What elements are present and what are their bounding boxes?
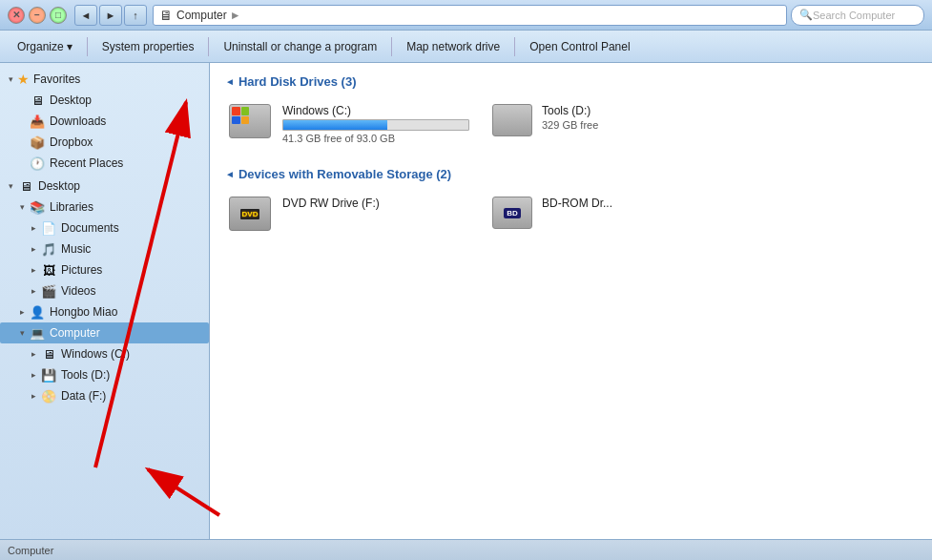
computer-icon: 🖥 xyxy=(159,8,173,23)
sidebar-item-recent-places[interactable]: 🕐 Recent Places xyxy=(0,153,209,174)
windows-c-progress-fill xyxy=(283,120,387,130)
windows-c-info: Windows (C:) 41.3 GB free of 93.0 GB xyxy=(282,104,469,144)
windows-c-space: 41.3 GB free of 93.0 GB xyxy=(282,133,469,144)
favorites-expand[interactable] xyxy=(4,73,17,86)
sidebar-item-pictures[interactable]: 🖼 Pictures xyxy=(0,259,209,280)
map-network-drive-button[interactable]: Map network drive xyxy=(397,36,509,57)
toolbar: Organize ▾ System properties Uninstall o… xyxy=(0,31,932,63)
music-icon: 🎵 xyxy=(40,240,57,258)
sidebar-item-windows-c[interactable]: 🖥 Windows (C:) xyxy=(0,343,209,364)
removable-storage-grid: DVD DVD RW Drive (F:) BD BD-ROM Dr... xyxy=(225,193,917,239)
sidebar: ★ Favorites 🖥 Desktop 📥 Downloads 📦 Drop… xyxy=(0,63,210,539)
sidebar-item-documents[interactable]: 📄 Documents xyxy=(0,218,209,239)
dvd-rw-name: DVD RW Drive (F:) xyxy=(282,197,469,210)
close-button[interactable]: ✕ xyxy=(8,7,25,24)
status-text: Computer xyxy=(8,545,53,556)
back-button[interactable]: ◄ xyxy=(74,5,97,26)
documents-label: Documents xyxy=(61,221,119,235)
dropbox-label: Dropbox xyxy=(50,135,93,149)
bd-rom-icon: BD xyxy=(492,197,534,233)
tools-d-expand[interactable] xyxy=(27,368,40,382)
videos-label: Videos xyxy=(61,284,95,298)
sidebar-item-tools-d[interactable]: 💾 Tools (D:) xyxy=(0,364,209,385)
sidebar-item-downloads[interactable]: 📥 Downloads xyxy=(0,111,209,132)
documents-expand[interactable] xyxy=(27,221,40,235)
open-control-panel-button[interactable]: Open Control Panel xyxy=(520,36,639,57)
tools-d-label: Tools (D:) xyxy=(61,368,110,382)
pictures-label: Pictures xyxy=(61,263,102,277)
sidebar-item-dropbox[interactable]: 📦 Dropbox xyxy=(0,132,209,153)
computer-expand[interactable] xyxy=(15,326,29,340)
tools-d-icon xyxy=(492,104,534,140)
downloads-expand xyxy=(15,114,29,128)
dvd-label: DVD xyxy=(240,209,260,219)
address-bar[interactable]: 🖥 Computer ► xyxy=(153,5,787,26)
data-f-label: Data (F:) xyxy=(61,389,106,403)
desktop2-expand[interactable] xyxy=(4,179,17,193)
title-bar: ✕ − □ ◄ ► ↑ 🖥 Computer ► 🔍 Search Comput… xyxy=(0,0,932,31)
music-expand[interactable] xyxy=(27,242,40,256)
dvd-rw-drive[interactable]: DVD DVD RW Drive (F:) xyxy=(225,193,473,239)
toolbar-separator-2 xyxy=(208,37,209,56)
sidebar-item-hongbo[interactable]: 👤 Hongbo Miao xyxy=(0,301,209,322)
libraries-icon: 📚 xyxy=(29,198,46,216)
bd-rom-drive[interactable]: BD BD-ROM Dr... xyxy=(488,193,736,239)
desktop-icon: 🖥 xyxy=(29,92,46,109)
tools-d-info: Tools (D:) 329 GB free xyxy=(542,104,733,131)
desktop2-icon: 🖥 xyxy=(17,177,34,195)
videos-icon: 🎬 xyxy=(40,282,57,300)
data-f-expand[interactable] xyxy=(27,389,40,403)
address-separator: ► xyxy=(230,9,241,22)
minimize-button[interactable]: − xyxy=(29,7,46,24)
hongbo-label: Hongbo Miao xyxy=(50,305,117,319)
sidebar-item-data-f[interactable]: 📀 Data (F:) xyxy=(0,385,209,406)
user-icon: 👤 xyxy=(29,303,46,321)
sidebar-item-computer[interactable]: 💻 Computer xyxy=(0,322,209,343)
system-properties-button[interactable]: System properties xyxy=(93,36,204,57)
sidebar-item-desktop2[interactable]: 🖥 Desktop xyxy=(0,176,209,197)
sidebar-item-videos[interactable]: 🎬 Videos xyxy=(0,280,209,301)
sidebar-item-libraries[interactable]: 📚 Libraries xyxy=(0,197,209,218)
maximize-button[interactable]: □ xyxy=(50,7,67,24)
windows-c-drive[interactable]: Windows (C:) 41.3 GB free of 93.0 GB xyxy=(225,100,473,148)
bd-label: BD xyxy=(504,208,521,218)
tools-drive-icon: 💾 xyxy=(40,366,57,384)
downloads-label: Downloads xyxy=(50,114,106,128)
favorites-header[interactable]: ★ Favorites xyxy=(0,69,209,90)
computer-icon: 💻 xyxy=(29,324,46,342)
address-text: Computer xyxy=(176,9,227,22)
organize-button[interactable]: Organize ▾ xyxy=(8,36,82,57)
data-drive-icon: 📀 xyxy=(40,387,57,404)
forward-button[interactable]: ► xyxy=(99,5,122,26)
toolbar-separator-1 xyxy=(87,37,88,56)
pictures-expand[interactable] xyxy=(27,263,40,277)
tools-d-drive[interactable]: Tools (D:) 329 GB free xyxy=(488,100,736,148)
sidebar-item-desktop[interactable]: 🖥 Desktop xyxy=(0,90,209,111)
hongbo-expand[interactable] xyxy=(15,305,29,319)
windows-c-progress-bg xyxy=(282,119,469,131)
dropbox-icon: 📦 xyxy=(29,134,46,151)
toolbar-separator-4 xyxy=(514,37,515,56)
star-icon: ★ xyxy=(17,72,30,87)
libraries-label: Libraries xyxy=(50,200,93,214)
bd-rom-info: BD-ROM Dr... xyxy=(542,197,733,212)
sidebar-item-music[interactable]: 🎵 Music xyxy=(0,239,209,259)
windows-drive-icon: 🖥 xyxy=(40,345,57,363)
up-button[interactable]: ↑ xyxy=(124,5,147,26)
search-box[interactable]: 🔍 Search Computer xyxy=(791,5,924,26)
nav-buttons: ◄ ► ↑ xyxy=(74,5,147,26)
desktop-expand xyxy=(15,93,29,107)
uninstall-program-button[interactable]: Uninstall or change a program xyxy=(214,36,386,57)
libraries-expand[interactable] xyxy=(15,200,29,214)
recent-expand xyxy=(15,156,29,170)
videos-expand[interactable] xyxy=(27,284,40,298)
desktop2-label: Desktop xyxy=(38,179,80,193)
hard-disk-drives-grid: Windows (C:) 41.3 GB free of 93.0 GB Too… xyxy=(225,100,917,148)
dvd-rw-info: DVD RW Drive (F:) xyxy=(282,197,469,212)
tools-d-space: 329 GB free xyxy=(542,119,733,131)
windows-c-expand[interactable] xyxy=(27,347,40,361)
bd-rom-name: BD-ROM Dr... xyxy=(542,197,733,210)
recent-places-label: Recent Places xyxy=(50,156,123,170)
dropbox-expand xyxy=(15,135,29,149)
removable-storage-section-title: Devices with Removable Storage (2) xyxy=(225,167,917,181)
